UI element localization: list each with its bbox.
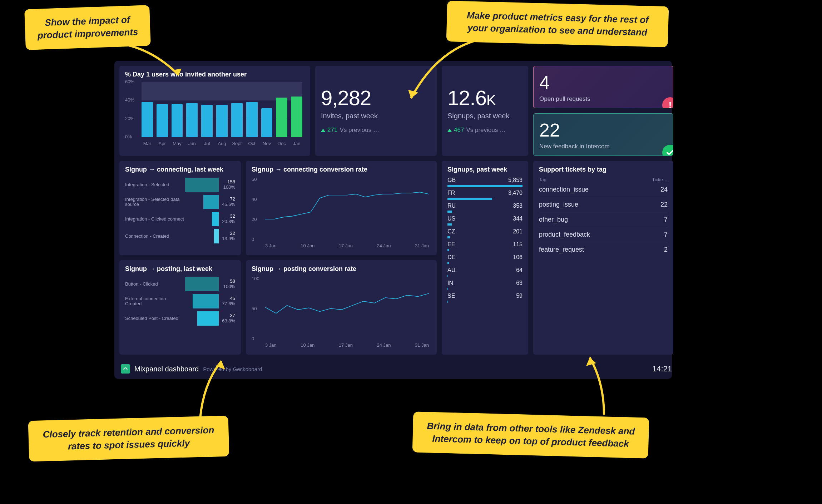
- funnel-rows: Button - Clicked 58100% External connect…: [125, 276, 235, 326]
- funnel-row: Integration - Selected data source 7245.…: [125, 194, 235, 210]
- callout-top-left: Show the impact of product improvements: [24, 5, 151, 50]
- up-triangle-icon: [321, 129, 325, 132]
- widget-line-posting[interactable]: Signup → posting conversion rate 0501003…: [246, 260, 437, 355]
- bar: [246, 102, 258, 137]
- kpi-label: Invites, past week: [321, 112, 431, 120]
- bar: [276, 98, 287, 137]
- country-row: GB5,853: [447, 177, 523, 187]
- table-header: Tag Ticke…: [539, 177, 668, 182]
- col-tickets: Ticke…: [652, 177, 668, 182]
- funnel-row: Connection - Created 2213.9%: [125, 228, 235, 244]
- country-row: FR3,470: [447, 190, 523, 200]
- widget-new-feedback[interactable]: 22 New feedback in Intercom: [533, 113, 673, 156]
- country-row: SE59: [447, 293, 523, 303]
- kpi-delta: 467 Vs previous …: [447, 127, 523, 134]
- country-row: RU353: [447, 203, 523, 213]
- bar-chart: 0%20%40%60% MarAprMayJunJulAugSeptOctNov…: [125, 82, 304, 146]
- country-row: US344: [447, 216, 523, 226]
- dashboard-title: Mixpanel dashboard: [134, 365, 199, 373]
- bar: [186, 103, 198, 137]
- widget-line-connecting[interactable]: Signup → connecting conversion rate 0204…: [246, 161, 437, 255]
- big-label: Open pull requests: [539, 95, 667, 103]
- funnel-row: Scheduled Post - Created 3763.8%: [125, 311, 235, 326]
- widget-title: Support tickets by tag: [539, 166, 668, 173]
- bar: [216, 105, 228, 137]
- col-tag: Tag: [539, 177, 546, 182]
- funnel-rows: Integration - Selected 158100% Integrati…: [125, 177, 235, 244]
- country-row: IN63: [447, 280, 523, 290]
- table-row: feature_request2: [539, 242, 668, 257]
- big-label: New feedback in Intercom: [539, 143, 667, 150]
- kpi-label: Signups, past week: [447, 112, 523, 120]
- widget-funnel-connecting[interactable]: Signup → connecting, last week Integrati…: [119, 161, 241, 255]
- funnel-row: Button - Clicked 58100%: [125, 276, 235, 292]
- widget-signups-country[interactable]: Signups, past week GB5,853 FR3,470 RU353…: [442, 161, 528, 355]
- table-row: product_feedback7: [539, 227, 668, 242]
- big-number: 22: [539, 119, 667, 141]
- table-row: connection_issue24: [539, 182, 668, 197]
- kpi-delta-value: 467: [454, 127, 464, 134]
- callout-bottom-left: Closely track retention and conversion r…: [28, 416, 229, 462]
- country-row: EE115: [447, 241, 523, 251]
- callout-bottom-right: Bring in data from other tools like Zend…: [412, 411, 649, 458]
- up-triangle-icon: [447, 129, 452, 132]
- country-row: AU64: [447, 267, 523, 277]
- svg-marker-1: [408, 90, 418, 98]
- bar: [261, 108, 273, 137]
- widget-funnel-posting[interactable]: Signup → posting, last week Button - Cli…: [119, 260, 241, 355]
- bar: [201, 105, 213, 137]
- funnel-row: Integration - Selected 158100%: [125, 177, 235, 193]
- funnel-row: External connection - Created 4577.6%: [125, 293, 235, 309]
- widget-title: Signup → connecting, last week: [125, 166, 235, 173]
- bar: [157, 104, 168, 137]
- table-row: other_bug7: [539, 212, 668, 227]
- widget-title: Signup → posting conversion rate: [252, 265, 431, 273]
- kpi-delta-suffix: Vs previous …: [466, 127, 506, 134]
- geckoboard-logo-icon: [121, 364, 130, 374]
- country-row: CZ201: [447, 228, 523, 238]
- funnel-row: Integration - Clicked connect 3220.3%: [125, 211, 235, 227]
- kpi-delta-suffix: Vs previous …: [340, 127, 379, 134]
- country-rows: GB5,853 FR3,470 RU353 US344 CZ201 EE115 …: [447, 177, 523, 303]
- arrow-top-right: [390, 34, 497, 113]
- arrow-bottom-left: [193, 354, 264, 425]
- bar: [172, 104, 183, 137]
- arrow-bottom-right: [550, 350, 622, 422]
- country-row: DE106: [447, 254, 523, 264]
- bar: [231, 103, 243, 137]
- line-chart: 02040603 Jan10 Jan17 Jan24 Jan31 Jan: [252, 177, 431, 248]
- bar: [142, 102, 153, 137]
- kpi-delta: 271 Vs previous …: [321, 127, 431, 134]
- widget-title: Signup → connecting conversion rate: [252, 166, 431, 173]
- table-row: posting_issue22: [539, 197, 668, 212]
- line-chart: 0501003 Jan10 Jan17 Jan24 Jan31 Jan: [252, 276, 431, 348]
- big-number: 4: [539, 72, 667, 93]
- kpi-delta-value: 271: [327, 127, 337, 134]
- bar: [291, 97, 302, 137]
- callout-top-right: Make product metrics easy for the rest o…: [446, 1, 669, 47]
- widget-title: Signups, past week: [447, 166, 523, 173]
- widget-support-tickets[interactable]: Support tickets by tag Tag Ticke… connec…: [533, 161, 673, 355]
- widget-title: Signup → posting, last week: [125, 265, 235, 273]
- dashboard-clock: 14:21: [652, 364, 672, 374]
- widget-open-pull-requests[interactable]: 4 Open pull requests !: [533, 66, 673, 108]
